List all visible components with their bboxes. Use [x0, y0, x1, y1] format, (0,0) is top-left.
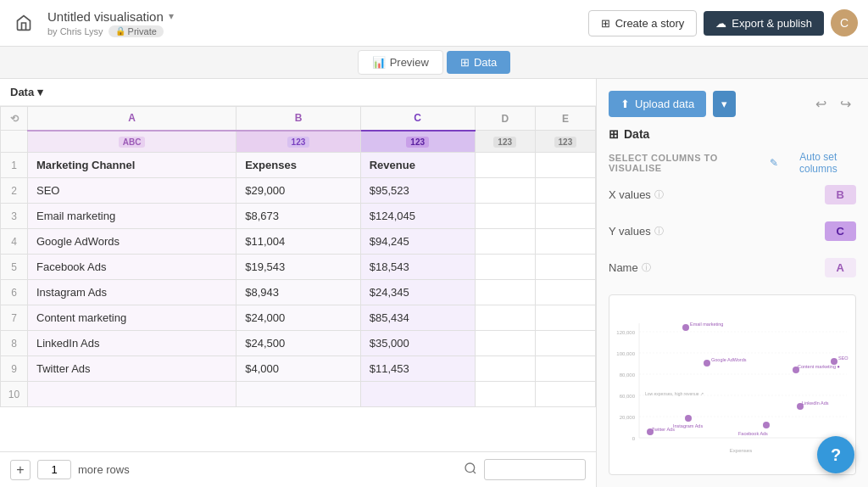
title-area: Untitled visualisation ▾ by Chris Lysy 🔒… — [47, 9, 581, 37]
cell-b9[interactable]: $4,000 — [236, 356, 361, 382]
pencil-icon: ✎ — [770, 157, 778, 169]
cell-c7[interactable]: $85,434 — [360, 305, 475, 331]
cell-e10[interactable] — [535, 382, 595, 407]
cell-a6[interactable]: Instagram Ads — [28, 280, 236, 305]
redo-button[interactable]: ↪ — [835, 92, 856, 115]
cell-c1[interactable]: Revenue — [360, 153, 475, 178]
table-row: 6Instagram Ads$8,943$24,345 — [1, 280, 596, 305]
cell-e6[interactable] — [535, 280, 595, 305]
table-row: 7Content marketing$24,000$85,434 — [1, 305, 596, 331]
type-badge-a[interactable]: ABC — [28, 131, 236, 153]
corner-cell: ⟲ — [1, 107, 28, 131]
cell-a1[interactable]: Marketing Channel — [28, 153, 236, 178]
type-badge-c[interactable]: 123 — [360, 131, 475, 153]
x-column-badge[interactable]: B — [825, 185, 856, 204]
select-columns-label: SELECT COLUMNS TO VISUALISE — [609, 153, 770, 173]
cell-a7[interactable]: Content marketing — [28, 305, 236, 331]
cell-c5[interactable]: $18,543 — [360, 255, 475, 280]
cell-e7[interactable] — [535, 305, 595, 331]
row-number: 3 — [1, 204, 28, 229]
data-toolbar-label: Data — [10, 86, 34, 98]
data-tab-icon: ⊞ — [460, 56, 470, 69]
cell-e2[interactable] — [535, 178, 595, 204]
home-icon[interactable] — [10, 9, 37, 36]
cell-d4[interactable] — [475, 229, 535, 255]
cell-b7[interactable]: $24,000 — [236, 305, 361, 331]
type-badge-d[interactable]: 123 — [475, 131, 535, 153]
cell-d8[interactable] — [475, 331, 535, 356]
cell-c9[interactable]: $11,453 — [360, 356, 475, 382]
data-toolbar: Data ▾ — [0, 79, 596, 106]
cell-a9[interactable]: Twitter Ads — [28, 356, 236, 382]
create-story-button[interactable]: ⊞ Create a story — [588, 10, 698, 36]
upload-data-button[interactable]: ⬆ Upload data — [609, 91, 706, 117]
svg-text:SEO: SEO — [838, 355, 849, 361]
cell-a4[interactable]: Google AdWords — [28, 229, 236, 255]
y-column-badge[interactable]: C — [825, 221, 856, 241]
cell-d7[interactable] — [475, 305, 535, 331]
cell-c3[interactable]: $124,045 — [360, 204, 475, 229]
lock-icon: 🔒 — [115, 26, 125, 36]
cell-d10[interactable] — [475, 382, 535, 407]
col-header-c[interactable]: C — [360, 107, 475, 131]
svg-text:Instagram Ads: Instagram Ads — [673, 423, 703, 428]
cell-b3[interactable]: $8,673 — [236, 204, 361, 229]
cell-a8[interactable]: LinkedIn Ads — [28, 331, 236, 356]
cell-e9[interactable] — [535, 356, 595, 382]
cell-a5[interactable]: Facebook Ads — [28, 255, 236, 280]
cell-a10[interactable] — [28, 382, 236, 407]
col-header-b[interactable]: B — [236, 107, 361, 131]
cell-c6[interactable]: $24,345 — [360, 280, 475, 305]
cell-c10[interactable] — [360, 382, 475, 407]
search-input[interactable] — [484, 459, 586, 480]
cell-e8[interactable] — [535, 331, 595, 356]
preview-icon: 📊 — [372, 56, 386, 69]
cell-b4[interactable]: $11,004 — [236, 229, 361, 255]
cell-b6[interactable]: $8,943 — [236, 280, 361, 305]
type-badge-e[interactable]: 123 — [535, 131, 595, 153]
user-avatar[interactable]: C — [831, 9, 858, 36]
cell-e3[interactable] — [535, 204, 595, 229]
cell-c8[interactable]: $35,000 — [360, 331, 475, 356]
auto-set-columns-button[interactable]: ✎ Auto set columns — [770, 151, 856, 175]
col-header-d[interactable]: D — [475, 107, 535, 131]
cell-a2[interactable]: SEO — [28, 178, 236, 204]
spreadsheet-container[interactable]: ⟲ A B C D E ABC — [0, 106, 596, 451]
cell-b1[interactable]: Expenses — [236, 153, 361, 178]
name-column-badge[interactable]: A — [825, 258, 856, 277]
cell-d1[interactable] — [475, 153, 535, 178]
col-header-e[interactable]: E — [535, 107, 595, 131]
cell-d9[interactable] — [475, 356, 535, 382]
cell-c4[interactable]: $94,245 — [360, 229, 475, 255]
table-row: 4Google AdWords$11,004$94,245 — [1, 229, 596, 255]
cell-e1[interactable] — [535, 153, 595, 178]
data-toolbar-button[interactable]: Data ▾ — [10, 86, 43, 98]
preview-tab[interactable]: 📊 Preview — [358, 50, 443, 75]
cell-a3[interactable]: Email marketing — [28, 204, 236, 229]
cell-d5[interactable] — [475, 255, 535, 280]
undo-icon: ↩ — [815, 97, 826, 111]
cell-b2[interactable]: $29,000 — [236, 178, 361, 204]
cell-b8[interactable]: $24,500 — [236, 331, 361, 356]
cell-d2[interactable] — [475, 178, 535, 204]
data-tab[interactable]: ⊞ Data — [447, 51, 510, 74]
row-count-input[interactable] — [37, 460, 71, 479]
col-header-a[interactable]: A — [28, 107, 236, 131]
cell-d6[interactable] — [475, 280, 535, 305]
help-button[interactable]: ? — [817, 436, 854, 473]
search-icon[interactable] — [464, 462, 477, 478]
undo-button[interactable]: ↩ — [810, 92, 832, 115]
export-publish-button[interactable]: ☁ Export & publish — [704, 11, 824, 36]
type-badge-b[interactable]: 123 — [236, 131, 361, 153]
create-story-icon: ⊞ — [601, 17, 610, 30]
cell-b5[interactable]: $19,543 — [236, 255, 361, 280]
add-row-button[interactable]: + — [10, 460, 31, 480]
cell-d3[interactable] — [475, 204, 535, 229]
title-chevron-icon[interactable]: ▾ — [169, 10, 174, 22]
cell-e5[interactable] — [535, 255, 595, 280]
cell-b10[interactable] — [236, 382, 361, 407]
upload-dropdown-button[interactable]: ▾ — [713, 91, 736, 117]
cell-e4[interactable] — [535, 229, 595, 255]
type-abc-badge: ABC — [119, 137, 146, 148]
cell-c2[interactable]: $95,523 — [360, 178, 475, 204]
